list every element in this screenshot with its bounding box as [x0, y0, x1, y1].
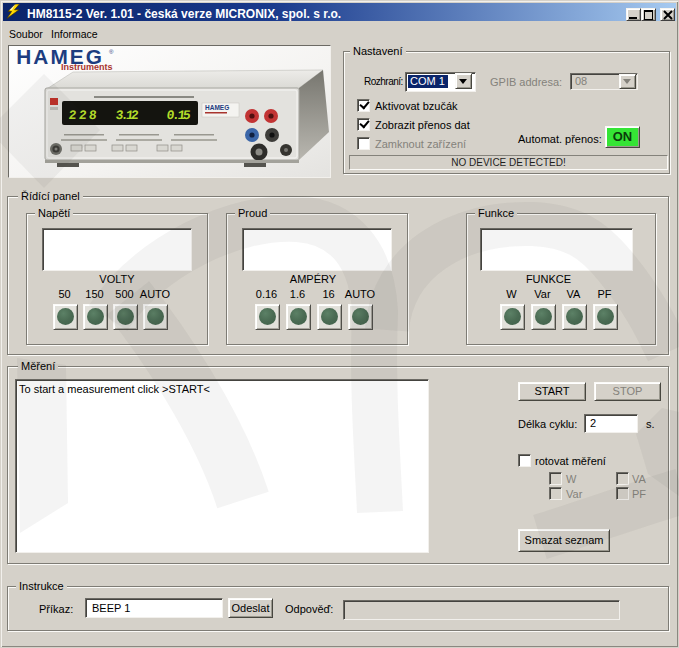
svg-text:®: ®	[109, 49, 114, 55]
svg-text:228: 228	[68, 108, 98, 123]
svg-text:HAMEG: HAMEG	[205, 104, 229, 111]
svg-text:3.12: 3.12	[115, 108, 140, 123]
svg-text:Instruments: Instruments	[61, 62, 113, 72]
svg-text:0.15: 0.15	[166, 108, 192, 123]
